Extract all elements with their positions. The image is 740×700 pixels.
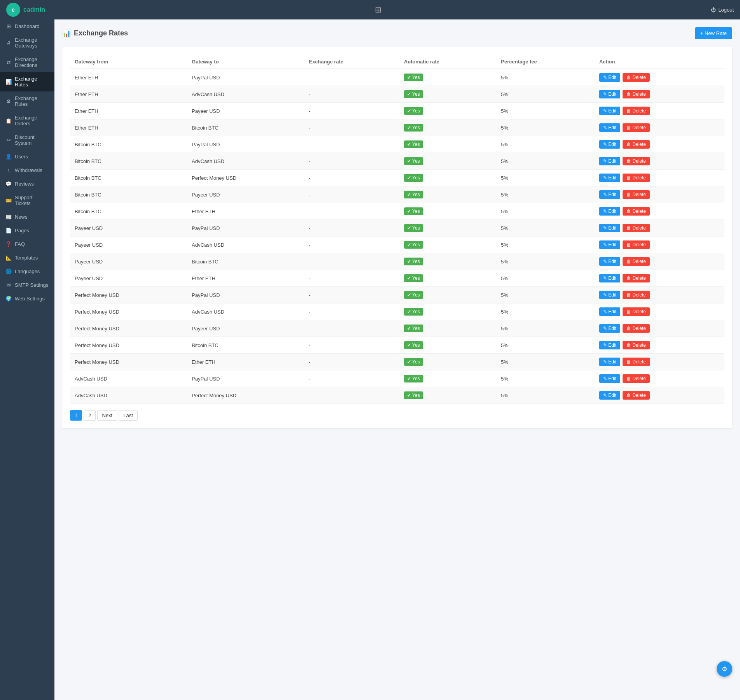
cell-gateway-to: PayPal USD xyxy=(187,370,304,387)
page-2-button[interactable]: 2 xyxy=(84,410,96,421)
edit-button[interactable]: ✎ Edit xyxy=(599,391,620,400)
sidebar-item-exchange-rates[interactable]: 📊Exchange Rates xyxy=(0,72,54,91)
sidebar-item-users[interactable]: 👤Users xyxy=(0,150,54,163)
cell-action: ✎ Edit 🗑 Delete xyxy=(595,69,724,86)
delete-button[interactable]: 🗑 Delete xyxy=(623,140,650,149)
delete-button[interactable]: 🗑 Delete xyxy=(623,307,650,316)
delete-button[interactable]: 🗑 Delete xyxy=(623,107,650,115)
sidebar-item-exchange-orders[interactable]: 📋Exchange Orders xyxy=(0,111,54,130)
sidebar-item-exchange-directions[interactable]: ⇄Exchange Directions xyxy=(0,53,54,72)
sidebar-item-discount-system[interactable]: ✂Discount System xyxy=(0,130,54,150)
delete-button[interactable]: 🗑 Delete xyxy=(623,240,650,249)
delete-button[interactable]: 🗑 Delete xyxy=(623,341,650,349)
logout-button[interactable]: ⏻ Logout xyxy=(711,7,734,13)
new-rate-button[interactable]: + New Rate xyxy=(695,27,732,39)
cell-exchange-rate: - xyxy=(304,86,399,103)
cell-automatic-rate: ✔ Yes xyxy=(399,270,496,287)
cell-percentage-fee: 5% xyxy=(496,270,595,287)
cell-percentage-fee: 5% xyxy=(496,203,595,220)
col-gateway-from: Gateway from xyxy=(70,55,187,69)
automatic-rate-badge: ✔ Yes xyxy=(404,308,423,316)
sidebar-item-withdrawals[interactable]: ↑Withdrawals xyxy=(0,163,54,177)
edit-button[interactable]: ✎ Edit xyxy=(599,291,620,299)
delete-button[interactable]: 🗑 Delete xyxy=(623,190,650,199)
sidebar-item-dashboard[interactable]: ⊞Dashboard xyxy=(0,19,54,33)
table-body: Ether ETH PayPal USD - ✔ Yes 5% ✎ Edit 🗑… xyxy=(70,69,724,404)
action-buttons: ✎ Edit 🗑 Delete xyxy=(599,207,720,216)
delete-button[interactable]: 🗑 Delete xyxy=(623,73,650,82)
edit-button[interactable]: ✎ Edit xyxy=(599,140,620,149)
cell-gateway-from: Payeer USD xyxy=(70,270,187,287)
rates-table-card: Gateway from Gateway to Exchange rate Au… xyxy=(62,47,732,428)
delete-button[interactable]: 🗑 Delete xyxy=(623,358,650,366)
action-buttons: ✎ Edit 🗑 Delete xyxy=(599,224,720,232)
sidebar-item-templates[interactable]: 📐Templates xyxy=(0,251,54,265)
delete-button[interactable]: 🗑 Delete xyxy=(623,224,650,232)
edit-button[interactable]: ✎ Edit xyxy=(599,73,620,82)
action-buttons: ✎ Edit 🗑 Delete xyxy=(599,174,720,182)
sidebar-item-smtp-settings[interactable]: ✉SMTP Settings xyxy=(0,278,54,292)
edit-button[interactable]: ✎ Edit xyxy=(599,157,620,165)
delete-button[interactable]: 🗑 Delete xyxy=(623,157,650,165)
cell-percentage-fee: 5% xyxy=(496,387,595,404)
sidebar-item-reviews[interactable]: 💬Reviews xyxy=(0,177,54,191)
edit-button[interactable]: ✎ Edit xyxy=(599,224,620,232)
cell-action: ✎ Edit 🗑 Delete xyxy=(595,186,724,203)
sidebar-item-languages[interactable]: 🌐Languages xyxy=(0,265,54,278)
next-button[interactable]: Next xyxy=(97,410,117,421)
edit-button[interactable]: ✎ Edit xyxy=(599,90,620,98)
sidebar-item-exchange-gateways[interactable]: 🖨Exchange Gateways xyxy=(0,33,54,53)
grid-icon[interactable]: ⊞ xyxy=(375,5,381,14)
cell-action: ✎ Edit 🗑 Delete xyxy=(595,153,724,170)
cell-exchange-rate: - xyxy=(304,304,399,320)
delete-button[interactable]: 🗑 Delete xyxy=(623,324,650,333)
edit-button[interactable]: ✎ Edit xyxy=(599,107,620,115)
edit-button[interactable]: ✎ Edit xyxy=(599,174,620,182)
edit-button[interactable]: ✎ Edit xyxy=(599,190,620,199)
sidebar-item-pages[interactable]: 📄Pages xyxy=(0,224,54,237)
sidebar-item-web-settings[interactable]: 🌍Web Settings xyxy=(0,292,54,305)
settings-fab[interactable]: ⚙ xyxy=(717,661,732,677)
sidebar-label-languages: Languages xyxy=(15,268,40,274)
edit-button[interactable]: ✎ Edit xyxy=(599,324,620,333)
pagination: 1 2 Next Last xyxy=(70,410,724,421)
edit-button[interactable]: ✎ Edit xyxy=(599,358,620,366)
action-buttons: ✎ Edit 🗑 Delete xyxy=(599,140,720,149)
last-button[interactable]: Last xyxy=(119,410,138,421)
sidebar-item-faq[interactable]: ❓FAQ xyxy=(0,237,54,251)
delete-button[interactable]: 🗑 Delete xyxy=(623,291,650,299)
edit-button[interactable]: ✎ Edit xyxy=(599,257,620,266)
delete-button[interactable]: 🗑 Delete xyxy=(623,174,650,182)
delete-button[interactable]: 🗑 Delete xyxy=(623,90,650,98)
delete-button[interactable]: 🗑 Delete xyxy=(623,123,650,132)
cell-gateway-to: Ether ETH xyxy=(187,203,304,220)
delete-button[interactable]: 🗑 Delete xyxy=(623,207,650,216)
edit-button[interactable]: ✎ Edit xyxy=(599,123,620,132)
edit-button[interactable]: ✎ Edit xyxy=(599,374,620,383)
action-buttons: ✎ Edit 🗑 Delete xyxy=(599,291,720,299)
cell-automatic-rate: ✔ Yes xyxy=(399,253,496,270)
sidebar-item-exchange-rules[interactable]: ⚙Exchange Rules xyxy=(0,91,54,111)
cell-gateway-from: Bitcoin BTC xyxy=(70,186,187,203)
delete-button[interactable]: 🗑 Delete xyxy=(623,391,650,400)
edit-button[interactable]: ✎ Edit xyxy=(599,307,620,316)
edit-button[interactable]: ✎ Edit xyxy=(599,341,620,349)
sidebar-label-exchange-gateways: Exchange Gateways xyxy=(15,37,49,49)
cell-gateway-from: Ether ETH xyxy=(70,119,187,136)
delete-button[interactable]: 🗑 Delete xyxy=(623,257,650,266)
edit-button[interactable]: ✎ Edit xyxy=(599,274,620,282)
delete-button[interactable]: 🗑 Delete xyxy=(623,374,650,383)
sidebar-item-support-tickets[interactable]: 🎫Support Tickets xyxy=(0,191,54,210)
page-1-button[interactable]: 1 xyxy=(70,410,82,421)
cell-gateway-to: Payeer USD xyxy=(187,320,304,337)
edit-button[interactable]: ✎ Edit xyxy=(599,207,620,216)
cell-action: ✎ Edit 🗑 Delete xyxy=(595,304,724,320)
table-row: Payeer USD Ether ETH - ✔ Yes 5% ✎ Edit 🗑… xyxy=(70,270,724,287)
edit-button[interactable]: ✎ Edit xyxy=(599,240,620,249)
cell-percentage-fee: 5% xyxy=(496,354,595,370)
sidebar-item-news[interactable]: 📰News xyxy=(0,210,54,224)
cell-gateway-from: Payeer USD xyxy=(70,220,187,237)
automatic-rate-badge: ✔ Yes xyxy=(404,258,423,265)
delete-button[interactable]: 🗑 Delete xyxy=(623,274,650,282)
sidebar-label-news: News xyxy=(15,214,28,220)
